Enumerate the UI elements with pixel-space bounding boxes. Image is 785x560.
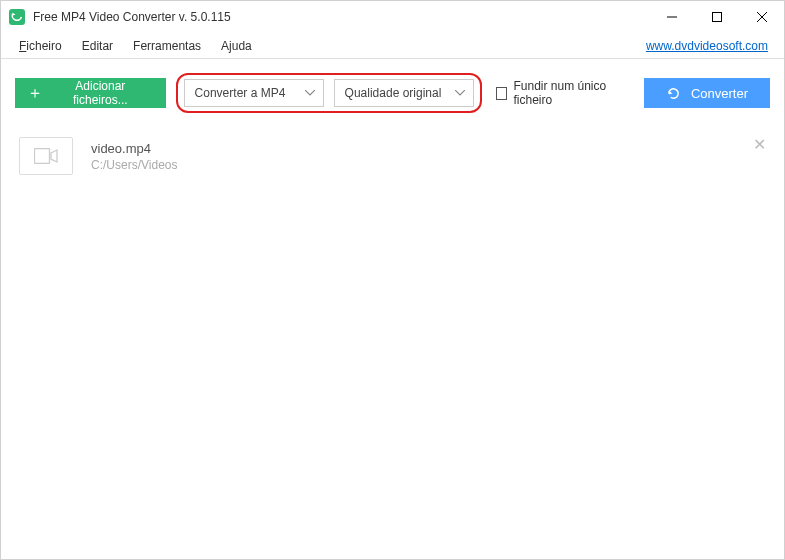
merge-checkbox-label: Fundir num único ficheiro: [513, 79, 633, 107]
website-link[interactable]: www.dvdvideosoft.com: [646, 39, 770, 53]
menu-file[interactable]: Ficheiro: [15, 35, 72, 57]
add-files-button[interactable]: ＋ Adicionar ficheiros...: [15, 78, 166, 108]
minimize-button[interactable]: [649, 1, 694, 33]
window-controls: [649, 1, 784, 33]
chevron-down-icon: [305, 90, 315, 96]
video-thumbnail-icon: [19, 137, 73, 175]
close-button[interactable]: [739, 1, 784, 33]
chevron-down-icon: [455, 90, 465, 96]
file-path: C:/Users/Videos: [91, 158, 177, 172]
close-icon: ✕: [753, 136, 766, 153]
add-files-label: Adicionar ficheiros...: [53, 79, 148, 107]
quality-dropdown[interactable]: Qualidade original: [334, 79, 474, 107]
window-title: Free MP4 Video Converter v. 5.0.115: [33, 10, 231, 24]
svg-rect-4: [35, 149, 50, 164]
minimize-icon: [667, 12, 677, 22]
menu-tools[interactable]: Ferramentas: [123, 35, 211, 57]
format-dropdown[interactable]: Converter a MP4: [184, 79, 324, 107]
titlebar: Free MP4 Video Converter v. 5.0.115: [1, 1, 784, 33]
close-icon: [757, 12, 767, 22]
app-icon: [9, 9, 25, 25]
plus-icon: ＋: [27, 85, 43, 101]
merge-checkbox[interactable]: Fundir num único ficheiro: [496, 79, 634, 107]
maximize-icon: [712, 12, 722, 22]
quality-dropdown-value: Qualidade original: [345, 86, 442, 100]
toolbar: ＋ Adicionar ficheiros... Converter a MP4…: [1, 59, 784, 127]
checkbox-box-icon: [496, 87, 508, 100]
convert-label: Converter: [691, 86, 748, 101]
maximize-button[interactable]: [694, 1, 739, 33]
highlight-annotation: Converter a MP4 Qualidade original: [176, 73, 482, 113]
remove-file-button[interactable]: ✕: [753, 137, 766, 153]
file-row[interactable]: video.mp4 C:/Users/Videos ✕: [1, 127, 784, 185]
svg-rect-1: [712, 13, 721, 22]
file-list: video.mp4 C:/Users/Videos ✕: [1, 127, 784, 185]
file-name: video.mp4: [91, 141, 177, 156]
menu-edit[interactable]: Editar: [72, 35, 123, 57]
menu-help[interactable]: Ajuda: [211, 35, 262, 57]
menubar: Ficheiro Editar Ferramentas Ajuda www.dv…: [1, 33, 784, 59]
refresh-icon: [666, 86, 681, 101]
file-info: video.mp4 C:/Users/Videos: [91, 141, 177, 172]
convert-button[interactable]: Converter: [644, 78, 770, 108]
format-dropdown-value: Converter a MP4: [195, 86, 286, 100]
